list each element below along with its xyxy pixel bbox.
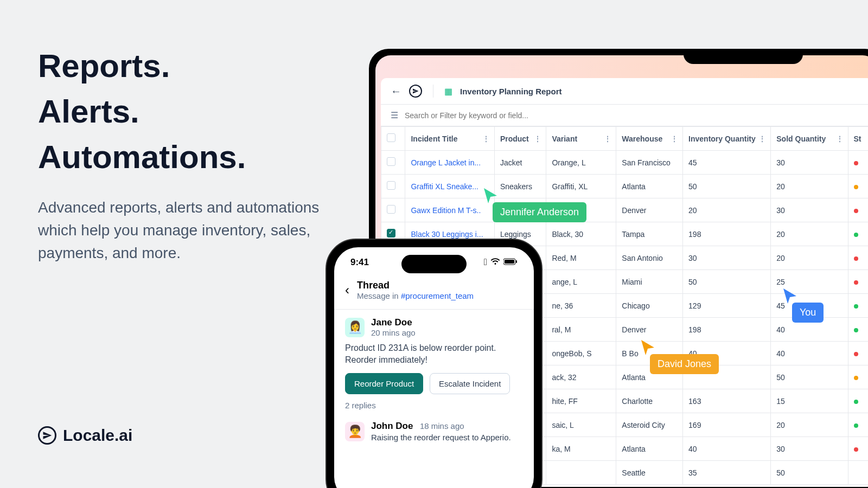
table-icon: ▦ [444, 86, 452, 97]
thread-header: ‹ Thread Message in #procurement_team [334, 273, 534, 310]
status-dot-icon [854, 352, 858, 356]
hero-line3: Automations. [38, 134, 320, 180]
inventory-cell: 30 [683, 246, 771, 270]
table-row[interactable]: Graffiti XL Sneake... Sneakers Graffiti,… [381, 175, 869, 198]
channel-link[interactable]: #procurement_team [401, 291, 474, 300]
collab-cursor-blue: You [782, 287, 824, 323]
avatar: 👩‍💼 [345, 318, 365, 337]
status-dot-icon [854, 447, 858, 452]
back-arrow-icon[interactable]: ← [391, 85, 401, 98]
search-bar: ☰ [381, 105, 868, 126]
report-title: Inventory Planning Report [460, 87, 562, 96]
col-status[interactable]: St [848, 127, 868, 151]
tablet-notch [684, 49, 803, 64]
cursor-label: Jennifer Anderson [493, 202, 586, 222]
inventory-cell: 129 [683, 294, 771, 318]
incident-title-cell[interactable]: Graffiti XL Sneake... [405, 175, 494, 198]
sender-name: Jane Doe [371, 317, 412, 328]
status-cell [848, 175, 868, 198]
warehouse-cell: Denver [616, 198, 683, 222]
status-cell [848, 318, 868, 342]
battery-icon [503, 257, 518, 268]
hero-line1: Reports. [38, 43, 320, 89]
status-cell [848, 365, 868, 389]
reorder-product-button[interactable]: Reorder Product [345, 373, 423, 394]
status-cell [848, 151, 868, 175]
warehouse-cell: Atlanta [616, 437, 683, 461]
status-cell [848, 389, 868, 413]
status-dot-icon [854, 161, 858, 165]
variant-cell: ange, L [546, 270, 616, 294]
variant-cell: ack, 32 [546, 365, 616, 389]
row-checkbox[interactable] [387, 157, 395, 166]
col-incident-title[interactable]: Incident Title⋮ [405, 127, 494, 151]
message-body: Raising the reorder request to Apperio. [371, 433, 511, 442]
cursor-label: You [792, 303, 824, 323]
hero-line2: Alerts. [38, 89, 320, 134]
thread-back-icon[interactable]: ‹ [345, 282, 349, 298]
variant-cell: ne, 36 [546, 294, 616, 318]
status-cell [848, 342, 868, 365]
thread-title: Thread [357, 280, 474, 291]
status-cell [848, 461, 868, 485]
inventory-cell: 163 [683, 389, 771, 413]
inventory-cell: 198 [683, 222, 771, 246]
status-cell [848, 294, 868, 318]
status-dot-icon [854, 233, 858, 237]
col-product[interactable]: Product⋮ [494, 127, 546, 151]
replies-count[interactable]: 2 replies [345, 401, 523, 410]
variant-cell: Orange, L [546, 151, 616, 175]
inventory-cell: 169 [683, 413, 771, 437]
variant-cell: hite, FF [546, 389, 616, 413]
filter-icon[interactable]: ☰ [391, 110, 398, 120]
warehouse-cell: Chicago [616, 294, 683, 318]
row-checkbox[interactable] [387, 181, 395, 190]
inventory-cell: 35 [683, 461, 771, 485]
status-dot-icon [854, 256, 858, 261]
status-cell [848, 246, 868, 270]
table-row[interactable]: Orange L Jacket in... Jacket Orange, L S… [381, 151, 869, 175]
collab-cursor-orange: David Jones [640, 339, 719, 374]
sold-cell: 50 [771, 365, 848, 389]
status-dot-icon [854, 328, 858, 332]
app-logo-icon[interactable] [409, 85, 422, 98]
paper-plane-icon [38, 426, 56, 445]
warehouse-cell: Asteroid City [616, 413, 683, 437]
svg-rect-1 [505, 260, 514, 264]
status-dot-icon [854, 304, 858, 309]
col-warehouse[interactable]: Warehouse⋮ [616, 127, 683, 151]
variant-cell: Black, 30 [546, 222, 616, 246]
sender-name: John Doe [371, 421, 413, 431]
col-variant[interactable]: Variant⋮ [546, 127, 616, 151]
cursor-label: David Jones [650, 354, 719, 374]
message-2: 🧑‍🦱 John Doe 18 mins ago Raising the reo… [334, 418, 534, 455]
inventory-cell: 50 [683, 175, 771, 198]
status-cell [848, 198, 868, 222]
status-cell [848, 413, 868, 437]
sold-cell: 30 [771, 437, 848, 461]
sold-cell: 30 [771, 198, 848, 222]
status-cell [848, 270, 868, 294]
header-checkbox[interactable] [381, 127, 405, 151]
sold-cell: 20 [771, 222, 848, 246]
sold-cell: 40 [771, 342, 848, 365]
status-dot-icon [854, 280, 858, 285]
row-checkbox[interactable] [387, 229, 395, 237]
warehouse-cell: Atlanta [616, 175, 683, 198]
inventory-cell: 45 [683, 151, 771, 175]
sold-cell: 20 [771, 413, 848, 437]
signal-icon: 􀙇 [484, 257, 487, 268]
message-body: Product ID 231A is below reorder point. … [345, 342, 523, 367]
escalate-incident-button[interactable]: Escalate Incident [430, 373, 510, 394]
row-checkbox[interactable] [387, 205, 395, 214]
sold-cell: 20 [771, 246, 848, 270]
sold-cell: 50 [771, 461, 848, 485]
inventory-cell: 198 [683, 318, 771, 342]
table-row[interactable]: Gawx Edition M T-s.. dition, M Denver 20… [381, 198, 869, 222]
col-sold-qty[interactable]: Sold Quantity⋮ [771, 127, 848, 151]
phone-frame: 9:41 􀙇 ‹ Thread Message in #procurement_… [326, 239, 542, 488]
incident-title-cell[interactable]: Gawx Edition M T-s.. [405, 198, 494, 222]
col-inventory-qty[interactable]: Inventory Quantity⋮ [683, 127, 771, 151]
search-input[interactable] [405, 111, 863, 120]
incident-title-cell[interactable]: Orange L Jacket in... [405, 151, 494, 175]
